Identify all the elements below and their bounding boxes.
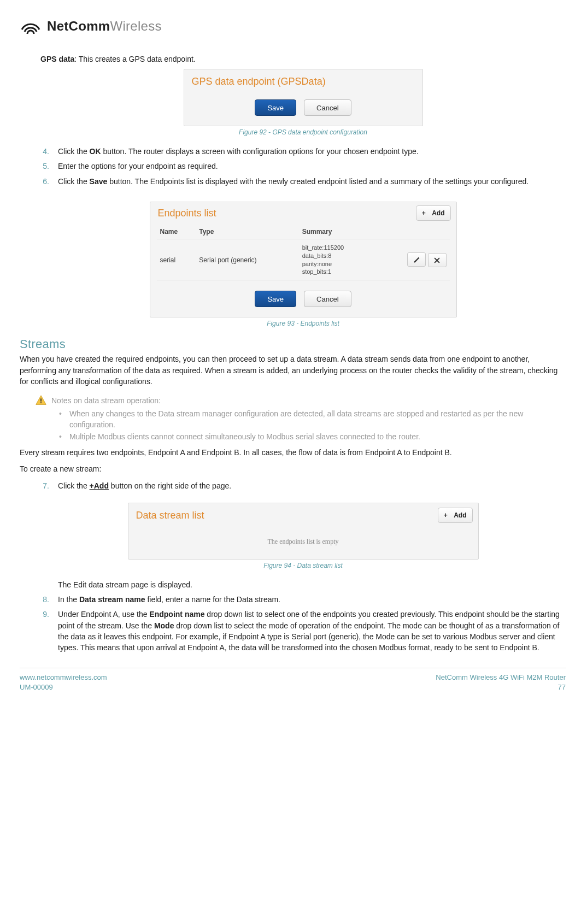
note-title: Notes on data stream operation: xyxy=(51,396,161,405)
close-icon xyxy=(434,257,440,263)
step-7: Click the +Add button on the right side … xyxy=(58,480,566,491)
footer-product: NetComm Wireless 4G WiFi M2M Router xyxy=(436,673,566,682)
col-summary: Summary xyxy=(299,225,377,239)
plus-icon: + xyxy=(422,209,426,217)
step-4: Click the OK button. The router displays… xyxy=(58,146,566,157)
brand-text: NetCommWireless xyxy=(47,19,162,34)
footer-page: 77 xyxy=(436,682,566,692)
col-name: Name xyxy=(157,225,196,239)
fig93-panel: Endpoints list + Add Name Type Summary s… xyxy=(150,202,457,317)
streams-heading: Streams xyxy=(20,337,566,351)
edit-button[interactable] xyxy=(407,252,426,267)
save-button[interactable]: Save xyxy=(255,99,296,116)
page-footer: www.netcommwireless.com UM-00009 NetComm… xyxy=(20,668,566,692)
fig94-title: Data stream list xyxy=(136,507,204,525)
footer-doc: UM-00009 xyxy=(20,682,107,692)
save-button[interactable]: Save xyxy=(255,291,296,307)
svg-rect-0 xyxy=(40,398,42,402)
brand-light: Wireless xyxy=(110,19,161,33)
step-num-7: 7. xyxy=(40,480,49,491)
pencil-icon xyxy=(413,256,420,263)
endpoints-table: Name Type Summary serial Serial port (ge… xyxy=(157,225,450,281)
add-button[interactable]: + Add xyxy=(416,205,451,221)
edit-stream-text: The Edit data stream page is displayed. xyxy=(58,579,566,590)
cell-summary: bit_rate:115200data_bits:8parity:nonesto… xyxy=(299,239,377,280)
fig93-caption: Figure 93 - Endpoints list xyxy=(40,320,566,327)
streams-para2: Every stream requires two endpoints, End… xyxy=(20,447,566,458)
step-9: Under Endpoint A, use the Endpoint name … xyxy=(58,609,566,653)
step-num-5: 5. xyxy=(40,161,49,172)
cancel-button[interactable]: Cancel xyxy=(304,291,351,307)
streams-para1: When you have created the required endpo… xyxy=(20,354,566,387)
warning-icon xyxy=(35,395,47,407)
svg-rect-1 xyxy=(40,402,42,403)
empty-message: The endpoints list is empty xyxy=(128,526,478,549)
cancel-button[interactable]: Cancel xyxy=(304,99,351,116)
step-num-8: 8. xyxy=(40,594,49,605)
cell-name: serial xyxy=(157,239,196,280)
note-1: When any changes to the Data stream mana… xyxy=(69,409,566,430)
fig94-panel: Data stream list + Add The endpoints lis… xyxy=(128,503,479,560)
fig92-title: GPS data endpoint (GPSData) xyxy=(184,69,422,91)
note-2: Multiple Modbus clients cannot connect s… xyxy=(69,432,420,443)
table-row: serial Serial port (generic) bit_rate:11… xyxy=(157,239,450,280)
streams-para3: To create a new stream: xyxy=(20,463,566,474)
step-6: Click the Save button. The Endpoints lis… xyxy=(58,176,566,187)
footer-url: www.netcommwireless.com xyxy=(20,673,107,682)
delete-button[interactable] xyxy=(428,253,447,267)
fig92-panel: GPS data endpoint (GPSData) Save Cancel xyxy=(184,69,423,126)
step-8: In the Data stream name field, enter a n… xyxy=(58,594,566,605)
wifi-arc-icon xyxy=(20,15,42,37)
fig93-title: Endpoints list xyxy=(158,204,216,222)
step-5: Enter the options for your endpoint as r… xyxy=(58,161,566,172)
brand-bold: NetComm xyxy=(47,19,110,33)
gps-intro: GPS data: This creates a GPS data endpoi… xyxy=(40,55,566,63)
fig94-caption: Figure 94 - Data stream list xyxy=(40,562,566,569)
gps-text: : This creates a GPS data endpoint. xyxy=(74,55,196,63)
gps-label: GPS data xyxy=(40,55,74,63)
plus-icon: + xyxy=(444,511,448,519)
brand-logo: NetCommWireless xyxy=(20,15,566,37)
fig92-caption: Figure 92 - GPS data endpoint configurat… xyxy=(40,128,566,136)
step-num-9: 9. xyxy=(40,609,49,653)
add-button[interactable]: + Add xyxy=(438,508,473,523)
step-num-4: 4. xyxy=(40,146,49,157)
cell-type: Serial port (generic) xyxy=(196,239,298,280)
col-type: Type xyxy=(196,225,298,239)
step-num-6: 6. xyxy=(40,176,49,187)
